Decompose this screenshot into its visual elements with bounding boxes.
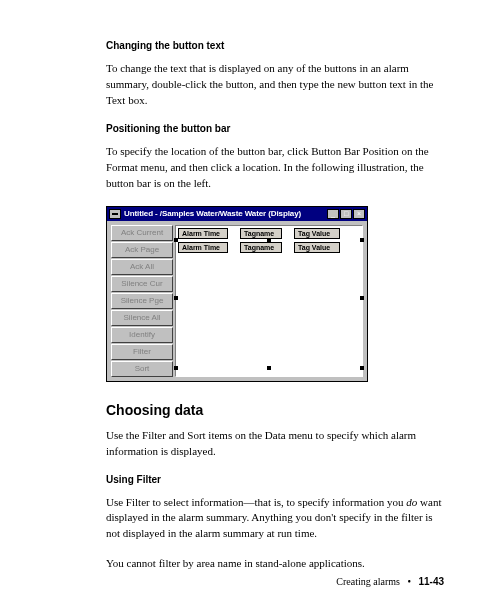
ack-current-button[interactable]: Ack Current bbox=[111, 225, 173, 241]
para-using-filter-1: Use Filter to select information—that is… bbox=[106, 495, 444, 543]
silence-pge-button[interactable]: Silence Pge bbox=[111, 293, 173, 309]
system-menu-icon[interactable] bbox=[109, 209, 121, 219]
para-using-filter-2: You cannot filter by area name in stand-… bbox=[106, 556, 444, 572]
app-window: Untitled - /Samples Water/Waste Water (D… bbox=[106, 206, 368, 382]
col-tag-value-2[interactable]: Tag Value bbox=[294, 242, 340, 253]
page-footer: Creating alarms • 11-43 bbox=[336, 576, 444, 587]
maximize-button[interactable]: □ bbox=[340, 209, 352, 219]
client-area: Ack Current Ack Page Ack All Silence Cur… bbox=[107, 221, 367, 381]
footer-bullet: • bbox=[407, 576, 411, 587]
ack-all-button[interactable]: Ack All bbox=[111, 259, 173, 275]
silence-all-button[interactable]: Silence All bbox=[111, 310, 173, 326]
button-bar: Ack Current Ack Page Ack All Silence Cur… bbox=[111, 225, 173, 377]
text-emphasis-do: do bbox=[406, 496, 417, 508]
filter-button[interactable]: Filter bbox=[111, 344, 173, 360]
selection-handle[interactable] bbox=[360, 238, 364, 242]
selection-handle[interactable] bbox=[267, 366, 271, 370]
footer-chapter-name: Creating alarms bbox=[336, 576, 400, 587]
heading-changing-button-text: Changing the button text bbox=[106, 40, 444, 51]
close-button[interactable]: × bbox=[353, 209, 365, 219]
titlebar: Untitled - /Samples Water/Waste Water (D… bbox=[107, 207, 367, 221]
alarm-grid: Alarm Time Tagname Tag Value Alarm Time … bbox=[175, 225, 363, 377]
selection-handle[interactable] bbox=[174, 296, 178, 300]
para-changing-button-text: To change the text that is displayed on … bbox=[106, 61, 444, 109]
selection-handle[interactable] bbox=[174, 238, 178, 242]
selection-handle[interactable] bbox=[360, 366, 364, 370]
minimize-button[interactable]: _ bbox=[327, 209, 339, 219]
para-positioning-button-bar: To specify the location of the button ba… bbox=[106, 144, 444, 192]
embedded-screenshot: Untitled - /Samples Water/Waste Water (D… bbox=[106, 206, 444, 382]
col-tag-value[interactable]: Tag Value bbox=[294, 228, 340, 239]
sort-button[interactable]: Sort bbox=[111, 361, 173, 377]
silence-cur-button[interactable]: Silence Cur bbox=[111, 276, 173, 292]
col-tagname-2[interactable]: Tagname bbox=[240, 242, 282, 253]
header-row-2: Alarm Time Tagname Tag Value bbox=[178, 242, 360, 253]
identify-button[interactable]: Identify bbox=[111, 327, 173, 343]
text-run: Use Filter to select information—that is… bbox=[106, 496, 406, 508]
heading-using-filter: Using Filter bbox=[106, 474, 444, 485]
ack-page-button[interactable]: Ack Page bbox=[111, 242, 173, 258]
para-choosing-data: Use the Filter and Sort items on the Dat… bbox=[106, 428, 444, 460]
selection-handle[interactable] bbox=[360, 296, 364, 300]
selection-handle[interactable] bbox=[267, 238, 271, 242]
window-title: Untitled - /Samples Water/Waste Water (D… bbox=[124, 209, 326, 218]
col-alarm-time[interactable]: Alarm Time bbox=[178, 228, 228, 239]
heading-choosing-data: Choosing data bbox=[106, 402, 444, 418]
grid-body bbox=[178, 256, 360, 366]
selection-handle[interactable] bbox=[174, 366, 178, 370]
col-alarm-time-2[interactable]: Alarm Time bbox=[178, 242, 228, 253]
col-tagname[interactable]: Tagname bbox=[240, 228, 282, 239]
heading-positioning-button-bar: Positioning the button bar bbox=[106, 123, 444, 134]
page-number: 11-43 bbox=[418, 576, 444, 587]
